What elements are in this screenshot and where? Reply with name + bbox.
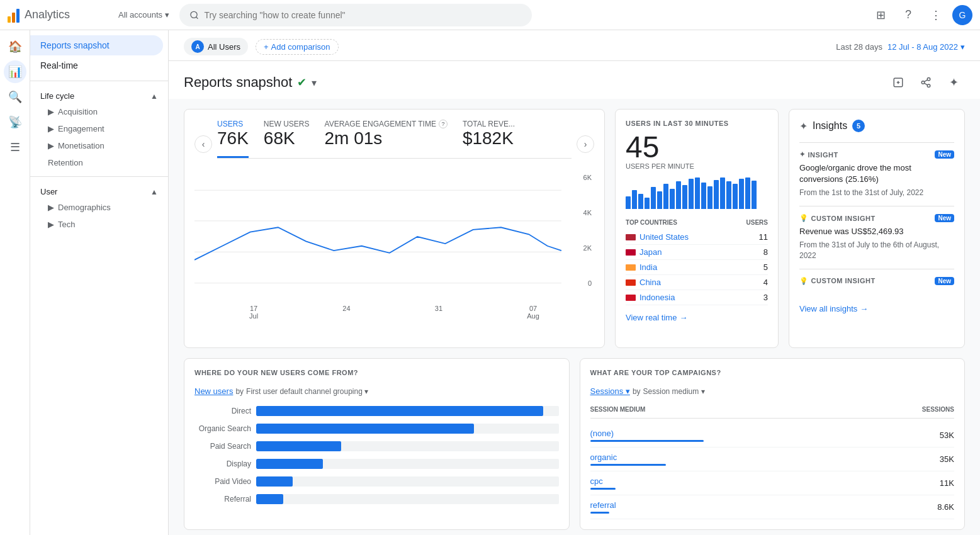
paidvideo-bar [256,476,293,487]
session-none[interactable]: (none) [590,429,704,442]
realtime-card: USERS IN LAST 30 MINUTES 45 USERS PER MI… [615,109,779,348]
lifecycle-label: Life cycle [40,91,74,101]
y-label-2k: 2K [583,244,592,252]
session-organic-label: organic [590,453,666,462]
title-dropdown-icon[interactable]: ▾ [312,77,317,89]
filter-bar: A All Users + Add comparison Last 28 day… [184,38,965,60]
chevron-up-icon: ▲ [150,92,158,101]
all-users-chip[interactable]: A All Users [184,38,248,55]
country-cn[interactable]: China [626,278,661,287]
more-options-icon[interactable]: ✦ [942,71,965,94]
country-row-us: United States 11 [626,230,768,245]
metric-tab-engagement[interactable]: Average engagement time ? 2m 01s [325,120,448,158]
session-referral-label: referral [590,500,616,510]
add-comparison-label: Add comparison [271,42,330,52]
h-bar-row-direct: Direct [194,406,559,416]
chart-next-btn[interactable]: › [577,135,594,153]
sparkle-icon: ✦ [799,150,806,159]
sidebar-child-acquisition[interactable]: ▶ Acquisition [30,103,168,120]
sidebar-section-user[interactable]: User ▲ [30,182,168,199]
h-bar-row-referral: Referral [194,494,559,504]
chart-prev-btn[interactable]: ‹ [194,135,212,153]
sidebar-child-monetisation[interactable]: ▶ Monetisation [30,137,168,154]
help-icon[interactable]: ? [897,4,920,26]
country-id[interactable]: Indonesia [626,293,675,302]
sidebar: Reports snapshot Real-time Life cycle ▲ … [30,30,169,535]
metric-tab-users[interactable]: Users 76K [217,120,249,158]
session-organic-count: 35K [940,454,954,464]
configure-icon[interactable]: ☰ [4,136,26,159]
horizontal-bar-chart: Direct Organic Search Paid Search Displa… [194,406,559,504]
x-label-07: 07Aug [527,305,539,320]
add-comparison-button[interactable]: + Add comparison [256,39,339,55]
metric-tab-revenue-value: $182K [463,128,515,149]
app-name: Analytics [25,8,70,21]
metric-tab-revenue[interactable]: Total reve... $182K [463,120,515,158]
display-bar [256,459,323,469]
sidebar-child-engagement[interactable]: ▶ Engagement [30,120,168,137]
new-users-label[interactable]: New users [194,386,233,396]
sidebar-item-realtime[interactable]: Real-time [30,55,163,76]
accounts-label: All accounts [118,10,162,20]
x-label-31: 31 [435,305,442,320]
add-to-report-icon[interactable] [887,71,910,94]
session-medium-label[interactable]: Session medium ▾ [643,387,705,396]
svg-point-6 [921,81,925,84]
view-all-insights-link[interactable]: View all insights → [799,304,954,313]
session-organic[interactable]: organic [590,453,666,466]
paid-video-label: Paid Video [194,477,251,486]
mini-bar [739,179,744,209]
metric-tab-users-value: 76K [217,128,249,149]
accounts-dropdown[interactable]: All accounts ▾ [113,8,174,22]
country-jp[interactable]: Japan [626,247,662,257]
y-label-4k: 4K [583,209,592,217]
paidvideo-track [256,476,559,487]
country-us[interactable]: United States [626,232,689,242]
advertising-icon[interactable]: 📡 [4,111,26,133]
explore-icon[interactable]: 🔍 [4,86,26,108]
sessions-label[interactable]: Sessions ▾ [590,386,630,396]
session-referral[interactable]: referral [590,500,616,514]
paid-search-label: Paid Search [194,442,251,451]
metric-tab-new-users[interactable]: New users 68K [264,120,310,158]
icon-rail: 🏠 📊 🔍 📡 ☰ [0,30,30,535]
y-label-6k: 6K [583,174,592,181]
y-label-0: 0 [583,279,592,287]
session-cpc[interactable]: cpc [590,476,616,490]
share-icon[interactable] [915,71,937,94]
organic-search-label: Organic Search [194,424,251,433]
country-in[interactable]: India [626,262,657,272]
grid-icon[interactable]: ⊞ [869,4,892,26]
view-realtime-link[interactable]: View real time → [626,313,768,322]
home-icon[interactable]: 🏠 [4,35,26,58]
all-users-label: All Users [208,42,240,52]
main-chart-card: ‹ Users 76K New users 68K Average engage… [184,109,605,348]
metric-tab-revenue-label: Total reve... [463,120,515,128]
sidebar-child-retention[interactable]: Retention [30,154,168,171]
h-bar-row-organic: Organic Search [194,424,559,434]
mini-bar [670,189,675,209]
insight-sub-1: From the 31st of July to the 6th of Augu… [799,240,954,261]
top-countries-header: TOP COUNTRIES [626,219,677,226]
avatar[interactable]: G [952,5,972,25]
new-users-subtitle: New users by First user default channel … [194,386,559,396]
sidebar-child-demographics[interactable]: ▶ Demographics [30,199,168,216]
svg-line-1 [196,16,198,18]
reports-icon[interactable]: 📊 [4,60,26,83]
mini-bar [682,185,687,209]
insight-item-2: 💡 CUSTOM INSIGHT New [799,269,954,296]
search-input[interactable] [204,10,522,20]
nav-right: ⊞ ? ⋮ G [869,4,972,26]
insight-text-0: Google/organic drove the most conversion… [799,162,954,185]
more-icon[interactable]: ⋮ [925,4,947,26]
sidebar-child-tech[interactable]: ▶ Tech [30,216,168,233]
date-range-dropdown[interactable]: 12 Jul - 8 Aug 2022 ▾ [887,42,965,52]
insights-card: ✦ Insights 5 ✦ INSIGHT New Google/organi… [789,109,965,348]
channel-grouping-label[interactable]: First user default channel grouping ▾ [246,387,368,396]
search-bar[interactable] [179,4,532,26]
view-all-label: View all insights [799,304,857,313]
tech-label: Tech [58,220,75,229]
sidebar-item-reports-snapshot[interactable]: Reports snapshot [30,35,163,55]
sidebar-section-lifecycle[interactable]: Life cycle ▲ [30,86,168,103]
all-users-dot: A [191,40,204,53]
